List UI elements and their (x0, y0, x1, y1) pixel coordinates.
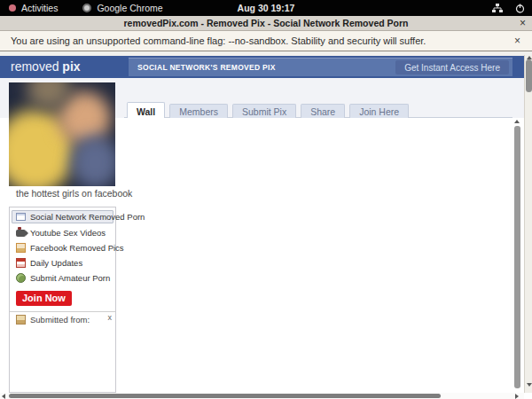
tab-share[interactable]: Share (301, 104, 345, 118)
clock[interactable]: Aug 30 19:17 (0, 3, 532, 13)
menu-item-label: Submit Amateur Porn (30, 273, 110, 283)
menu-item-submit-amateur-porn[interactable]: Submit Amateur Porn (10, 270, 115, 286)
tab-members[interactable]: Members (169, 104, 228, 118)
infobar-close-icon[interactable]: × (514, 35, 520, 47)
calendar-icon (16, 258, 26, 268)
get-access-link[interactable]: Get Instant Access Here (395, 60, 509, 74)
menu-item-label: Daily Updates (30, 258, 82, 268)
menu-item-facebook-removed-pics[interactable]: Facebook Removed Pics (10, 240, 115, 255)
sidebar-menu: Social Network Removed Porn Youtube Sex … (9, 207, 116, 393)
submitted-picture-icon (16, 315, 26, 325)
photo-caption: the hottest girls on facebook (16, 188, 132, 199)
site-logo[interactable]: removed pix (11, 59, 81, 74)
tab-close-icon[interactable]: × (520, 17, 526, 29)
scroll-up-icon[interactable] (514, 120, 520, 123)
list-icon (16, 213, 26, 221)
logo-word-1: removed (11, 59, 62, 74)
browser-tab-title[interactable]: removedPix.com - Removed Pix - Social Ne… (124, 18, 409, 28)
navbar-title: SOCIAL NETWORK'S REMOVED PIX (129, 63, 276, 72)
content-vertical-scrollbar[interactable] (513, 118, 521, 393)
submitted-from-row: Submitted from: x (10, 311, 115, 326)
browser-infobar: You are using an unsupported command-lin… (0, 31, 532, 51)
tab-join-here[interactable]: Join Here (349, 104, 409, 118)
site-navbar: SOCIAL NETWORK'S REMOVED PIX Get Instant… (129, 58, 512, 76)
join-row: Join Now (10, 286, 115, 309)
site-header: removed pix SOCIAL NETWORK'S REMOVED PIX… (0, 56, 532, 78)
menu-item-social-network-removed-porn[interactable]: Social Network Removed Porn (12, 210, 113, 223)
power-icon[interactable] (515, 4, 525, 13)
horizontal-scrollbar-thumb[interactable] (9, 394, 441, 398)
window-vertical-scrollbar-thumb[interactable] (526, 59, 532, 92)
globe-icon (16, 273, 26, 283)
system-top-bar: Activities Google Chrome Aug 30 19:17 (0, 0, 532, 16)
picture-icon (16, 243, 26, 253)
tab-bar: Wall Members Submit Pix Share Join Here (127, 102, 409, 118)
scroll-right-icon[interactable] (515, 394, 519, 399)
submitted-from-label: Submitted from: (30, 315, 90, 325)
profile-photo[interactable] (9, 82, 115, 186)
submitted-close-icon[interactable]: x (108, 313, 113, 322)
scroll-left-icon[interactable] (2, 394, 5, 399)
screen: Activities Google Chrome Aug 30 19:17 re… (0, 0, 532, 399)
tab-submit-pix[interactable]: Submit Pix (232, 104, 296, 118)
menu-item-label: Facebook Removed Pics (30, 243, 124, 253)
tab-wall[interactable]: Wall (127, 102, 165, 118)
menu-item-label: Youtube Sex Videos (30, 228, 106, 238)
content-vertical-scrollbar-thumb[interactable] (514, 126, 520, 388)
photo-placeholder-shape (71, 136, 115, 186)
video-camera-icon (16, 230, 26, 237)
menu-item-youtube-sex-videos[interactable]: Youtube Sex Videos (10, 225, 115, 240)
menu-item-label: Social Network Removed Porn (30, 212, 145, 222)
network-icon[interactable] (492, 4, 503, 13)
logo-word-2: pix (62, 59, 80, 74)
horizontal-scrollbar[interactable] (0, 393, 524, 399)
menu-item-daily-updates[interactable]: Daily Updates (10, 255, 115, 270)
browser-tab-strip: removedPix.com - Removed Pix - Social Ne… (0, 16, 532, 31)
window-vertical-scrollbar[interactable] (524, 55, 532, 393)
join-now-button[interactable]: Join Now (16, 291, 72, 306)
infobar-message: You are using an unsupported command-lin… (11, 35, 426, 46)
scroll-down-icon[interactable] (527, 383, 532, 387)
